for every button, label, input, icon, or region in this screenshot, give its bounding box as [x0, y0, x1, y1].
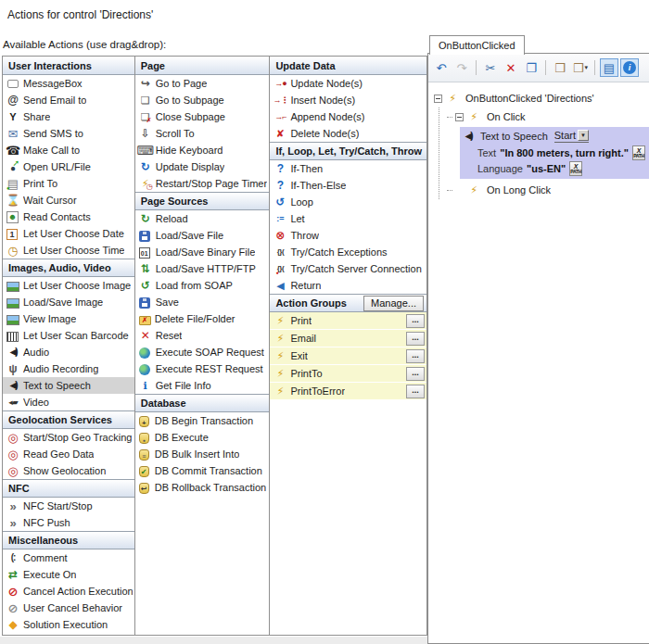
xpath-button[interactable]: X PATH — [632, 145, 645, 160]
action-item-db-begin-transaction[interactable]: DB Begin Transaction — [135, 412, 270, 429]
action-item-save[interactable]: Save — [135, 294, 270, 310]
tab-onbuttonclicked[interactable]: OnButtonClicked — [429, 35, 525, 55]
on-click-row[interactable]: On Click — [447, 107, 645, 126]
xpath-button[interactable]: X PATH — [569, 161, 582, 176]
action-item-let-user-choose-image[interactable]: Let User Choose Image — [3, 277, 134, 294]
action-item-messagebox[interactable]: MessageBox — [3, 75, 134, 92]
action-item-reset[interactable]: Reset — [135, 327, 270, 344]
action-item-send-email-to[interactable]: Send Email to — [3, 92, 134, 108]
action-item-printtoerror[interactable]: PrintToError... — [270, 383, 426, 400]
action-item-close-subpage[interactable]: Close Subpage — [135, 108, 270, 125]
action-item-reload[interactable]: Reload — [135, 210, 270, 227]
edit-group-button[interactable]: ... — [406, 385, 425, 398]
edit-group-button[interactable]: ... — [406, 332, 425, 346]
action-item-try-catch-exceptions[interactable]: Try/Catch Exceptions — [270, 244, 426, 260]
action-item-wait-cursor[interactable]: Wait Cursor — [3, 192, 134, 208]
tts-mode-dropdown[interactable]: Start — [554, 130, 589, 143]
action-item-load-save-image[interactable]: Load/Save Image — [3, 294, 134, 310]
action-item-share[interactable]: Share — [3, 108, 134, 125]
action-item-scroll-to[interactable]: Scroll To — [135, 125, 270, 142]
action-item-load-from-soap[interactable]: Load from SOAP — [135, 277, 270, 294]
paste-icon[interactable]: ❒ — [551, 58, 569, 77]
action-item-update-node-s[interactable]: Update Node(s) — [270, 75, 426, 92]
action-item-execute-on[interactable]: Execute On — [3, 566, 134, 583]
action-item-update-display[interactable]: Update Display — [135, 158, 270, 175]
action-item-audio-recording[interactable]: Audio Recording — [3, 360, 134, 377]
action-item-return[interactable]: Return — [270, 277, 426, 294]
toggle-comments-icon[interactable]: ▤ — [600, 58, 618, 77]
action-item-throw[interactable]: Throw — [270, 227, 426, 244]
redo-icon[interactable]: ↷ — [452, 58, 471, 77]
action-item-label: MessageBox — [23, 78, 83, 89]
action-item-nfc-start-stop[interactable]: NFC Start/Stop — [3, 498, 134, 514]
action-item-printto[interactable]: PrintTo... — [270, 365, 426, 383]
cut-icon[interactable]: ✂ — [481, 58, 500, 77]
action-item-loop[interactable]: Loop — [270, 194, 426, 210]
edit-group-button[interactable]: ... — [406, 349, 425, 363]
paste-special-icon[interactable]: ❒▾ — [571, 58, 590, 77]
action-item-execute-rest-request[interactable]: Execute REST Request — [135, 360, 270, 377]
action-item-text-to-speech[interactable]: Text to Speech — [3, 377, 134, 394]
action-item-nfc-push[interactable]: NFC Push — [3, 514, 134, 531]
action-item-go-to-subpage[interactable]: Go to Subpage — [135, 92, 270, 108]
action-item-view-image[interactable]: View Image — [3, 310, 134, 327]
action-item-delete-node-s[interactable]: Delete Node(s) — [270, 125, 426, 142]
action-item-go-to-page[interactable]: Go to Page — [135, 75, 270, 92]
action-item-if-then-else[interactable]: If-Then-Else — [270, 177, 426, 194]
action-item-read-contacts[interactable]: Read Contacts — [3, 208, 134, 225]
action-item-get-file-info[interactable]: Get File Info — [135, 377, 270, 394]
action-item-db-bulk-insert-into[interactable]: DB Bulk Insert Into — [135, 446, 270, 462]
action-item-audio[interactable]: Audio — [3, 344, 134, 360]
action-item-print[interactable]: Print... — [270, 312, 426, 330]
action-item-hide-keyboard[interactable]: Hide Keyboard — [135, 142, 270, 158]
copy-icon[interactable]: ❐ — [522, 58, 541, 77]
tree-root-row[interactable]: OnButtonClicked 'Directions' — [434, 89, 645, 107]
action-item-label: Print To — [23, 178, 57, 189]
on-long-click-row[interactable]: On Long Click — [447, 181, 645, 199]
action-item-comment[interactable]: Comment — [3, 549, 134, 566]
action-item-restart-stop-page-timer[interactable]: Restart/Stop Page Timer — [135, 175, 270, 192]
action-item-open-url-file[interactable]: Open URL/File — [3, 158, 134, 175]
print-to-icon — [6, 176, 20, 191]
action-item-db-rollback-transaction[interactable]: DB Rollback Transaction — [135, 479, 270, 496]
edit-group-button[interactable]: ... — [406, 367, 425, 381]
action-item-delete-file-folder[interactable]: Delete File/Folder — [135, 310, 270, 327]
action-item-append-node-s[interactable]: Append Node(s) — [270, 108, 426, 125]
text-to-speech-action[interactable]: Text to Speech Start Text "In 800 meters… — [460, 127, 649, 179]
action-item-if-then[interactable]: If-Then — [270, 160, 426, 177]
collapse-toggle-icon[interactable] — [455, 113, 464, 121]
action-item-print-to[interactable]: Print To — [3, 175, 134, 192]
action-item-send-sms-to[interactable]: Send SMS to — [3, 125, 134, 142]
action-item-try-catch-server-connection[interactable]: Try/Catch Server Connection — [270, 260, 426, 277]
action-item-cancel-action-execution[interactable]: Cancel Action Execution — [3, 583, 134, 600]
action-item-solution-execution[interactable]: Solution Execution — [3, 616, 134, 633]
action-item-let-user-choose-time[interactable]: Let User Choose Time — [3, 242, 134, 259]
action-item-let[interactable]: Let — [270, 210, 426, 227]
action-item-let-user-scan-barcode[interactable]: Let User Scan Barcode — [3, 327, 134, 344]
action-item-let-user-choose-date[interactable]: Let User Choose Date — [3, 225, 134, 242]
action-item-load-save-file[interactable]: Load/Save File — [135, 227, 270, 244]
action-item-label: View Image — [23, 313, 76, 324]
chevron-down-icon[interactable] — [578, 130, 589, 141]
collapse-toggle-icon[interactable] — [434, 95, 442, 103]
toggle-info-icon[interactable]: i — [620, 58, 639, 77]
manage-button[interactable]: Manage... — [363, 296, 424, 311]
action-item-insert-node-s[interactable]: Insert Node(s) — [270, 92, 426, 108]
action-item-db-commit-transaction[interactable]: DB Commit Transaction — [135, 462, 270, 479]
action-item-show-geolocation[interactable]: Show Geolocation — [3, 462, 134, 479]
action-item-db-execute[interactable]: DB Execute — [135, 429, 270, 446]
edit-group-button[interactable]: ... — [406, 314, 425, 328]
action-item-make-call-to[interactable]: Make Call to — [3, 142, 134, 158]
action-item-load-save-binary-file[interactable]: Load/Save Binary File — [135, 244, 270, 260]
delete-icon[interactable]: ✕ — [502, 58, 520, 77]
action-item-user-cancel-behavior[interactable]: User Cancel Behavior — [3, 600, 134, 616]
action-item-load-save-http-ftp[interactable]: Load/Save HTTP/FTP — [135, 260, 270, 277]
action-item-execute-soap-request[interactable]: Execute SOAP Request — [135, 344, 270, 360]
action-item-read-geo-data[interactable]: Read Geo Data — [3, 446, 134, 462]
action-item-email[interactable]: Email... — [270, 330, 426, 347]
action-item-video[interactable]: Video — [3, 394, 134, 410]
action-item-start-stop-geo-tracking[interactable]: Start/Stop Geo Tracking — [3, 429, 134, 446]
action-item-exit[interactable]: Exit... — [270, 347, 426, 365]
let-icon — [273, 211, 287, 226]
undo-icon[interactable]: ↶ — [432, 58, 451, 77]
